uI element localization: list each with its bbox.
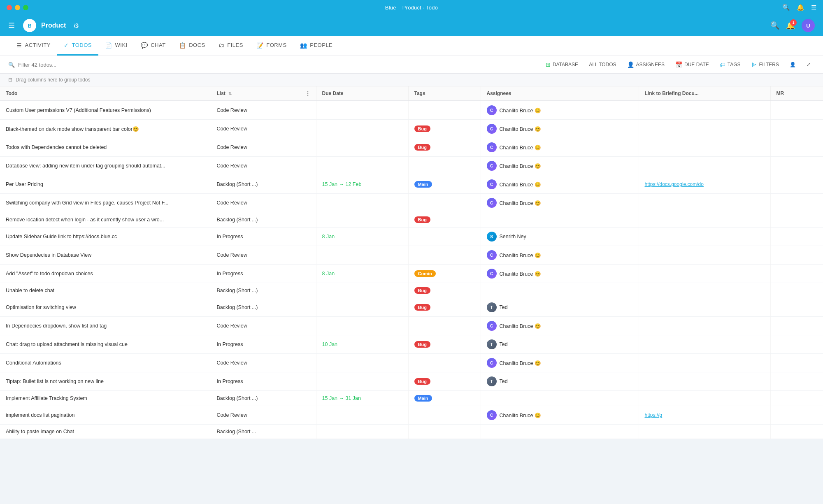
tab-files[interactable]: 🗂 FILES (212, 36, 250, 56)
cell-list[interactable]: Backlog (Short ...) (211, 298, 316, 317)
settings-icon[interactable]: ⚙ (73, 22, 79, 30)
cell-list[interactable]: Backlog (Short ...) (211, 283, 316, 298)
assignee[interactable]: CChanlito Bruce 😊 (487, 142, 633, 152)
assignee[interactable]: CChanlito Bruce 😊 (487, 198, 633, 208)
tag-badge[interactable]: Bug (414, 144, 430, 151)
cell-todo[interactable]: implement docs list pagination (0, 406, 211, 425)
search-icon[interactable]: 🔍 (782, 4, 790, 11)
cell-list[interactable]: Code Review (211, 406, 316, 425)
cell-list[interactable]: In Progress (211, 335, 316, 354)
assignee[interactable]: CChanlito Bruce 😊 (487, 161, 633, 171)
assignee[interactable]: CChanlito Bruce 😊 (487, 124, 633, 134)
tag-badge[interactable]: Bug (414, 125, 430, 132)
tag-badge[interactable]: Bug (414, 341, 430, 348)
notification-button[interactable]: 🔔 1 (786, 21, 795, 30)
workspace-logo[interactable]: B (23, 19, 36, 32)
cell-todo[interactable]: Optimisation for switching view (0, 298, 211, 317)
assignee[interactable]: CChanlito Bruce 😊 (487, 410, 633, 420)
assignee[interactable]: CChanlito Bruce 😊 (487, 321, 633, 331)
tab-wiki[interactable]: 📄 WIKI (98, 36, 134, 56)
tags-button[interactable]: 🏷 TAGS (716, 59, 745, 70)
assignee[interactable]: CChanlito Bruce 😊 (487, 269, 633, 279)
cell-todo[interactable]: Implement Affiliate Tracking System (0, 391, 211, 406)
notification-icon[interactable]: 🔔 (797, 4, 804, 11)
briefing-link[interactable]: https://g (645, 412, 663, 418)
assignee[interactable]: CChanlito Bruce 😊 (487, 358, 633, 368)
col-header-assignees[interactable]: Assignees (481, 86, 639, 101)
minimize-button[interactable] (15, 5, 20, 10)
cell-list[interactable]: Backlog (Short ...) (211, 212, 316, 228)
tag-badge[interactable]: Bug (414, 378, 430, 385)
assignee[interactable]: TTed (487, 339, 633, 349)
cell-todo[interactable]: Todos with Dependencies cannot be delete… (0, 138, 211, 157)
cell-list[interactable]: Code Review (211, 120, 316, 138)
filters-button[interactable]: ⫸ FILTERS (747, 59, 783, 70)
cell-todo[interactable]: Remove location detect when login - as i… (0, 212, 211, 228)
cell-todo[interactable]: Custom User permissions V7 (Additional F… (0, 101, 211, 120)
hamburger-icon[interactable]: ☰ (8, 21, 15, 30)
col-header-todo[interactable]: Todo (0, 86, 211, 101)
cell-list[interactable]: Code Review (211, 157, 316, 175)
avatar[interactable]: U (802, 19, 815, 32)
all-todos-button[interactable]: ALL TODOS (585, 60, 620, 70)
cell-list[interactable]: Code Review (211, 138, 316, 157)
cell-todo[interactable]: Conditional Automations (0, 354, 211, 372)
cell-todo[interactable]: Per User Pricing (0, 175, 211, 194)
assignee[interactable]: SSenrith Ney (487, 232, 633, 242)
col-header-due-date[interactable]: Due Date (316, 86, 408, 101)
tab-chat[interactable]: 💬 CHAT (134, 36, 172, 56)
cell-list[interactable]: In Progress (211, 228, 316, 246)
cell-todo[interactable]: Tiptap: Bullet list is not working on ne… (0, 372, 211, 391)
cell-todo[interactable]: Add "Asset" to todo dropdown choices (0, 265, 211, 283)
cell-todo[interactable]: Unable to delete chat (0, 283, 211, 298)
tab-activity[interactable]: ☰ ACTIVITY (10, 36, 57, 56)
due-date-button[interactable]: 📅 DUE DATE (671, 59, 713, 70)
col-header-tags[interactable]: Tags (408, 86, 481, 101)
cell-todo[interactable]: In Dependecies dropdown, show list and t… (0, 317, 211, 335)
cell-list[interactable]: Backlog (Short ... (211, 425, 316, 439)
tab-forms[interactable]: 📝 FORMS (250, 36, 293, 56)
cell-list[interactable]: In Progress (211, 372, 316, 391)
cell-list[interactable]: Backlog (Short ...) (211, 391, 316, 406)
cell-list[interactable]: Code Review (211, 317, 316, 335)
assignee[interactable]: CChanlito Bruce 😊 (487, 179, 633, 189)
cell-list[interactable]: Code Review (211, 246, 316, 265)
list-menu-icon[interactable]: ⋮ (305, 91, 310, 96)
cell-todo[interactable]: Show Dependecies in Database View (0, 246, 211, 265)
tag-badge[interactable]: Main (414, 181, 432, 188)
cell-todo[interactable]: Ability to paste image on Chat (0, 425, 211, 439)
cell-todo[interactable]: Black-themed on dark mode show transpare… (0, 120, 211, 138)
assignee[interactable]: CChanlito Bruce 😊 (487, 105, 633, 115)
maximize-button[interactable] (23, 5, 28, 10)
expand-button[interactable]: ⤢ (802, 60, 815, 70)
database-button[interactable]: ⊞ DATABASE (542, 59, 582, 70)
cell-todo[interactable]: Switching company with Grid view in File… (0, 194, 211, 212)
view-toggle-button[interactable]: 👤 (786, 60, 800, 70)
assignees-button[interactable]: 👤 ASSIGNEES (623, 59, 669, 70)
menu-icon[interactable]: ☰ (811, 4, 816, 11)
tag-badge[interactable]: Bug (414, 216, 430, 223)
cell-list[interactable]: In Progress (211, 265, 316, 283)
close-button[interactable] (7, 5, 12, 10)
tag-badge[interactable]: Main (414, 395, 432, 402)
tab-docs[interactable]: 📋 DOCS (172, 36, 212, 56)
cell-list[interactable]: Code Review (211, 354, 316, 372)
cell-todo[interactable]: Chat: drag to upload attachment is missi… (0, 335, 211, 354)
col-header-link[interactable]: Link to Briefing Docu... (639, 86, 770, 101)
cell-list[interactable]: Code Review (211, 101, 316, 120)
col-header-mr[interactable]: MR (770, 86, 823, 101)
cell-todo[interactable]: Update Sidebar Guide link to https://doc… (0, 228, 211, 246)
cell-todo[interactable]: Database view: adding new item under tag… (0, 157, 211, 175)
assignee[interactable]: TTed (487, 302, 633, 312)
tag-badge[interactable]: Bug (414, 304, 430, 311)
assignee[interactable]: CChanlito Bruce 😊 (487, 250, 633, 260)
tab-todos[interactable]: ✓ TODOS (57, 36, 98, 56)
cell-list[interactable]: Backlog (Short ...) (211, 175, 316, 194)
col-header-list[interactable]: List ⇅ ⋮ (211, 86, 316, 101)
cell-list[interactable]: Code Review (211, 194, 316, 212)
search-input[interactable] (18, 62, 148, 68)
briefing-link[interactable]: https://docs.google.com/do (645, 181, 704, 187)
tab-people[interactable]: 👥 PEOPLE (293, 36, 339, 56)
tag-badge[interactable]: Comin (414, 270, 436, 277)
assignee[interactable]: TTed (487, 376, 633, 386)
